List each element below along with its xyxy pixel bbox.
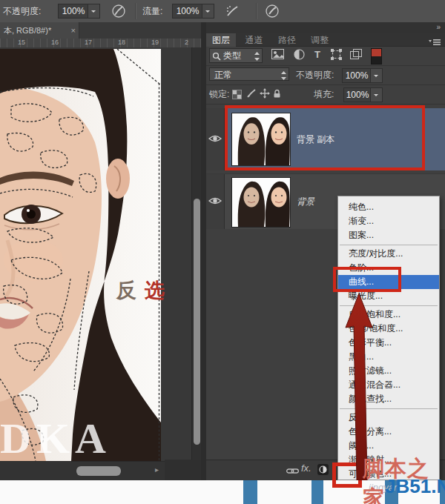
eye-icon (208, 195, 222, 208)
eye-icon (208, 133, 222, 146)
ruler-tick: 15 (18, 39, 25, 46)
blue-bar (312, 480, 323, 504)
annotation-char: 反 (116, 279, 145, 302)
canvas-corner (165, 460, 201, 480)
inverse-selection-annotation: 反选 (116, 277, 173, 304)
ruler-tick: 19 (151, 39, 159, 46)
annotation-box-selected-layer (225, 105, 425, 170)
menu-item-solid-color[interactable]: 纯色... (338, 200, 439, 214)
layer-filter-row: 类型 T (206, 46, 445, 66)
tab-channels[interactable]: 通道 (239, 33, 268, 47)
spinner-icon (254, 51, 260, 64)
portrait-photo (0, 49, 161, 461)
lock-label: 锁定: (209, 84, 229, 104)
photo-watermark-text: DKA (0, 414, 111, 463)
blend-opacity-row: 正常 不透明度: 100% (206, 65, 445, 85)
horizontal-scrollbar[interactable]: ▸ (0, 461, 165, 481)
lock-all-icon[interactable] (273, 88, 281, 102)
layer-opacity-value[interactable]: 100% (342, 68, 371, 83)
spinner-icon (281, 70, 286, 84)
search-icon (212, 51, 221, 64)
lock-transparent-pixels-icon[interactable] (232, 89, 242, 102)
menu-item-gradient[interactable]: 渐变... (338, 214, 439, 228)
lock-image-pixels-brush-icon[interactable] (246, 88, 257, 102)
collapse-panel-icon[interactable]: » (436, 23, 441, 31)
tablet-opacity-brush-icon[interactable] (111, 4, 126, 21)
ruler-tick: 18 (118, 39, 125, 46)
menu-item-pattern[interactable]: 图案... (338, 228, 439, 242)
menu-separator (338, 242, 439, 247)
annotation-char: 选 (145, 279, 173, 302)
fill-dropdown-button[interactable] (370, 87, 383, 102)
visibility-toggle[interactable] (206, 174, 225, 229)
toolbar-separator (135, 3, 136, 19)
watermark-site-url: JB51.Net (385, 475, 445, 498)
airbrush-icon[interactable] (225, 4, 241, 21)
layer-thumbnail[interactable] (231, 177, 291, 228)
layer-name[interactable]: 背景 (297, 174, 314, 229)
flow-label: 流量: (142, 0, 162, 22)
vertical-scrollbar-thumb[interactable] (194, 199, 200, 445)
blend-mode-value: 正常 (214, 70, 232, 80)
tab-adjustments[interactable]: 调整 (305, 33, 334, 47)
scroll-right-arrow-icon[interactable]: ▸ (155, 465, 159, 474)
filter-kind-select[interactable]: 类型 (209, 48, 263, 63)
filter-on-off-toggle[interactable] (371, 48, 382, 64)
filter-type-layers-icon[interactable]: T (314, 49, 328, 62)
panel-divider[interactable] (201, 22, 206, 480)
annotation-box-curves (333, 267, 401, 292)
options-bar: 不透明度: 100% 流量: 100% (0, 0, 445, 23)
lock-position-move-icon[interactable] (260, 88, 270, 102)
close-icon[interactable]: × (71, 22, 76, 39)
canvas-pasteboard: DKA 反选 ▸ (0, 47, 201, 480)
visibility-toggle[interactable] (206, 108, 225, 170)
lock-fill-row: 锁定: 填充: 100% (206, 84, 445, 105)
layer-opacity-dropdown-button[interactable] (370, 68, 383, 83)
document-tab-title: 本, RGB/8#)* (0, 22, 51, 39)
annotation-arrow (326, 289, 382, 480)
flow-value[interactable]: 100% (172, 4, 202, 19)
panel-tab-bar: 图层 通道 路径 调整 (206, 33, 445, 47)
toolbar-separator (256, 3, 257, 19)
photo-document[interactable]: DKA 反选 (0, 49, 161, 461)
fill-label: 填充: (314, 84, 334, 104)
document-tab-bar: 本, RGB/8#)* × (0, 22, 201, 39)
tab-paths[interactable]: 路径 (272, 33, 302, 47)
opacity-label: 不透明度: (3, 0, 41, 22)
blue-bar (243, 480, 257, 504)
ruler-tick: 17 (85, 39, 92, 46)
filter-smart-object-icon[interactable] (350, 49, 363, 62)
tab-layers[interactable]: 图层 (206, 33, 236, 47)
opacity-value[interactable]: 100% (58, 4, 88, 19)
panel-header: » (206, 22, 445, 33)
ruler-tick: 2 (185, 39, 188, 46)
filter-pixel-layers-icon[interactable] (271, 49, 285, 62)
horizontal-scrollbar-thumb[interactable] (76, 466, 121, 476)
vertical-scrollbar[interactable] (191, 47, 202, 480)
fill-value[interactable]: 100% (343, 87, 371, 102)
tablet-size-brush-icon[interactable] (265, 4, 280, 21)
document-tab[interactable]: 本, RGB/8#)* × (0, 22, 79, 39)
ruler-tick: 16 (51, 39, 59, 46)
blend-mode-select[interactable]: 正常 (209, 67, 289, 81)
link-layers-icon[interactable] (286, 464, 299, 477)
flow-dropdown-button[interactable] (202, 4, 214, 19)
menu-item-brightness-contrast[interactable]: 亮度/对比度... (338, 247, 439, 261)
opacity-dropdown-button[interactable] (88, 4, 100, 19)
layer-style-fx-icon[interactable]: fx. (301, 462, 312, 474)
filter-adjustment-layers-icon[interactable] (294, 49, 307, 62)
layer-opacity-label: 不透明度: (296, 65, 334, 84)
filter-shape-layers-icon[interactable] (331, 49, 344, 62)
